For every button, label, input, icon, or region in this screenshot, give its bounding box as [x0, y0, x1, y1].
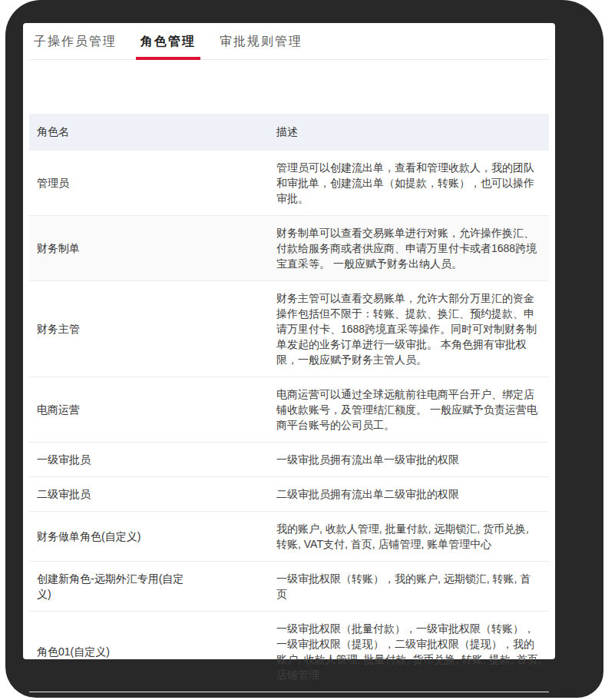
role-name: 财务做单角色(自定义)	[37, 529, 194, 544]
tab-label: 角色管理	[141, 34, 196, 50]
table-row[interactable]: 财务做单角色(自定义) 我的账户, 收款人管理, 批量付款, 远期锁汇, 货币兑…	[29, 512, 549, 562]
role-description: 一级审批权限（转账），我的账户, 远期锁汇, 转账, 首页	[269, 562, 549, 612]
tab-sub-operator-management[interactable]: 子操作员管理	[29, 23, 121, 60]
tab-approval-rules-management[interactable]: 审批规则管理	[215, 23, 307, 60]
role-name: 角色01(自定义)	[37, 644, 194, 659]
table-row[interactable]: 创建新角色-远期外汇专用(自定义) 一级审批权限（转账），我的账户, 远期锁汇,…	[29, 562, 549, 612]
role-description: 一级审批员拥有流出单一级审批的权限	[269, 443, 549, 477]
page: 子操作员管理角色管理审批规则管理 角色名 描述 管理员 管理员可以创建流出单，查…	[23, 23, 555, 659]
role-description: 电商运营可以通过全球远航前往电商平台开户、绑定店铺收款账号，及管理结汇额度。 一…	[269, 377, 549, 443]
table-row[interactable]: 角色01(自定义) 一级审批权限（批量付款），一级审批权限（转账），一级审批权限…	[29, 612, 549, 692]
role-description: 一级审批权限（批量付款），一级审批权限（转账），一级审批权限（提现），二级审批权…	[269, 612, 549, 692]
role-name: 管理员	[37, 175, 194, 191]
tab-label: 审批规则管理	[220, 34, 302, 50]
role-description: 财务制单可以查看交易账单进行对账，允许操作换汇、付款给服务商或者供应商、申请万里…	[269, 216, 549, 281]
role-description: 二级审批员拥有流出单二级审批的权限	[269, 477, 549, 512]
column-header-description: 描述	[269, 114, 549, 151]
role-name: 二级审批员	[37, 486, 194, 502]
role-name: 创建新角色-远期外汇专用(自定义)	[37, 571, 194, 602]
role-name: 电商运营	[37, 402, 194, 417]
role-name: 财务制单	[37, 241, 194, 256]
table-row[interactable]: 财务制单 财务制单可以查看交易账单进行对账，允许操作换汇、付款给服务商或者供应商…	[29, 216, 549, 281]
role-description: 管理员可以创建流出单，查看和管理收款人，我的团队和审批单，创建流出单（如提款，转…	[269, 151, 549, 216]
role-name: 财务主管	[37, 321, 194, 337]
roles-table: 角色名 描述 管理员 管理员可以创建流出单，查看和管理收款人，我的团队和审批单，…	[29, 114, 549, 692]
column-header-role-name: 角色名	[29, 114, 269, 151]
tab-label: 子操作员管理	[34, 34, 117, 50]
tab-bar: 子操作员管理角色管理审批规则管理	[29, 23, 549, 60]
role-description: 我的账户, 收款人管理, 批量付款, 远期锁汇, 货币兑换, 转账, VAT支付…	[269, 512, 549, 562]
table-row[interactable]: 二级审批员 二级审批员拥有流出单二级审批的权限	[29, 477, 549, 512]
table-row[interactable]: 财务主管 财务主管可以查看交易账单，允许大部分万里汇的资金操作包括但不限于：转账…	[29, 281, 549, 377]
table-row[interactable]: 一级审批员 一级审批员拥有流出单一级审批的权限	[29, 443, 549, 477]
table-header-row: 角色名 描述	[29, 114, 549, 151]
tab-role-management[interactable]: 角色管理	[136, 23, 200, 60]
table-row[interactable]: 电商运营 电商运营可以通过全球远航前往电商平台开户、绑定店铺收款账号，及管理结汇…	[29, 377, 549, 443]
table-row[interactable]: 管理员 管理员可以创建流出单，查看和管理收款人，我的团队和审批单，创建流出单（如…	[29, 151, 549, 216]
role-description: 财务主管可以查看交易账单，允许大部分万里汇的资金操作包括但不限于：转账、提款、换…	[269, 281, 549, 377]
role-name: 一级审批员	[37, 452, 194, 467]
